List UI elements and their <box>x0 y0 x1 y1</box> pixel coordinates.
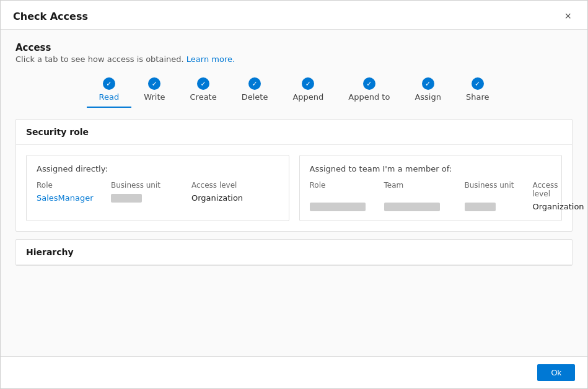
access-heading: Access <box>15 42 573 53</box>
role-link[interactable]: Sales Manager <box>37 193 111 203</box>
dialog-header: Check Access × <box>1 1 587 30</box>
access-level-value: Organization <box>191 193 279 203</box>
assigned-team-panel: Assigned to team I'm a member of: Role T… <box>299 155 563 221</box>
tab-check-icon-create: ✓ <box>197 77 209 90</box>
tab-write[interactable]: ✓Write <box>131 74 177 108</box>
tab-check-icon-share: ✓ <box>472 77 484 90</box>
tab-append-to[interactable]: ✓Append to <box>336 74 402 108</box>
ok-button[interactable]: Ok <box>537 364 575 381</box>
access-subtext: Click a tab to see how access is obtaine… <box>15 55 573 64</box>
tabs-row: ✓Read✓Write✓Create✓Delete✓Append✓Append … <box>15 74 573 108</box>
col-role-header: Role <box>37 181 111 190</box>
tab-share[interactable]: ✓Share <box>454 74 502 108</box>
tab-check-icon-read: ✓ <box>103 77 115 90</box>
tab-label-share: Share <box>466 92 489 102</box>
assigned-team-label: Assigned to team I'm a member of: <box>310 164 552 173</box>
col-access2-header: Access level <box>533 181 558 198</box>
tab-create[interactable]: ✓Create <box>178 74 229 108</box>
col-bunit-header: Business unit <box>111 181 191 190</box>
tab-assign[interactable]: ✓Assign <box>402 74 454 108</box>
team-role-value <box>310 203 366 211</box>
col-access-header: Access level <box>191 181 279 190</box>
tab-label-append-to: Append to <box>348 92 390 102</box>
assigned-team-data-row: Organization <box>310 202 552 212</box>
learn-more-link[interactable]: Learn more. <box>186 55 235 64</box>
tab-check-icon-append-to: ✓ <box>363 77 375 90</box>
tab-label-read: Read <box>99 92 120 102</box>
hierarchy-section: Hierarchy <box>15 239 573 266</box>
security-role-header: Security role <box>16 120 572 145</box>
assigned-team-header-row: Role Team Business unit Access level <box>310 181 552 198</box>
assigned-directly-header-row: Role Business unit Access level <box>37 181 279 190</box>
team-access-level-value: Organization <box>533 202 584 211</box>
close-button[interactable]: × <box>561 9 575 23</box>
business-unit-value <box>111 194 142 203</box>
tab-read[interactable]: ✓Read <box>87 74 132 108</box>
tab-label-create: Create <box>190 92 217 102</box>
hierarchy-header: Hierarchy <box>16 240 572 265</box>
team-name-value <box>384 203 440 211</box>
check-access-dialog: Check Access × Access Click a tab to see… <box>0 0 588 389</box>
assigned-directly-panel: Assigned directly: Role Business unit Ac… <box>26 155 289 221</box>
tab-delete[interactable]: ✓Delete <box>229 74 281 108</box>
tab-check-icon-append: ✓ <box>302 77 314 90</box>
assigned-directly-label: Assigned directly: <box>37 164 279 173</box>
tab-label-delete: Delete <box>242 92 268 102</box>
tab-check-icon-delete: ✓ <box>248 77 261 90</box>
tab-check-icon-assign: ✓ <box>422 77 434 90</box>
security-role-section: Security role Assigned directly: Role Bu… <box>15 119 573 232</box>
tab-check-icon-write: ✓ <box>148 77 160 90</box>
col-bunit2-header: Business unit <box>465 181 533 198</box>
tab-label-write: Write <box>144 92 165 102</box>
assigned-directly-data-row: Sales Manager Organization <box>37 193 279 203</box>
security-role-body: Assigned directly: Role Business unit Ac… <box>16 145 572 231</box>
tab-label-append: Append <box>292 92 323 102</box>
tab-label-assign: Assign <box>415 92 441 102</box>
dialog-title: Check Access <box>13 11 88 22</box>
team-bunit-value <box>465 203 496 211</box>
dialog-footer: Ok <box>1 356 587 388</box>
dialog-body: Access Click a tab to see how access is … <box>1 30 587 356</box>
tab-append[interactable]: ✓Append <box>280 74 336 108</box>
col-team-header: Team <box>384 181 465 198</box>
col-role-header-team: Role <box>310 181 384 198</box>
